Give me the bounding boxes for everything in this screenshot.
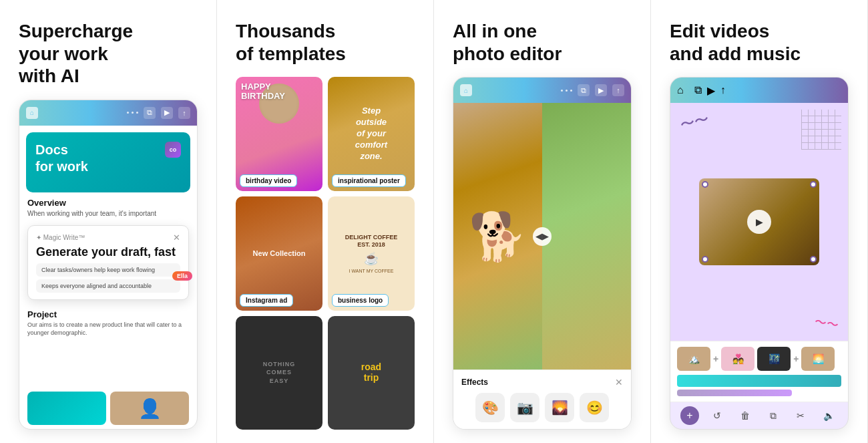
effects-title: Effects (461, 378, 488, 387)
panel2-heading: Thousands of templates (236, 20, 415, 65)
panel3-heading-line1: All in one (453, 21, 537, 41)
task-list: Clear tasks/owners help keep work flowin… (36, 263, 180, 293)
video-phone-mock: ⌂ ⧉ ▶ ↑ 〜〜 ▶ 〜〜 🏔️ + 💑 (670, 77, 849, 430)
canva-logo: co (165, 142, 181, 158)
instagram-text: New Collection (248, 243, 311, 263)
clip-4[interactable]: 🌅 (801, 347, 835, 371)
task-item-1: Clear tasks/owners help keep work flowin… (36, 263, 180, 277)
ella-badge: Ella (172, 271, 192, 281)
share-icon[interactable]: ↑ (178, 107, 190, 119)
dog-right-panel (542, 103, 631, 370)
effect-landscape-btn[interactable]: 🌄 (545, 393, 574, 422)
duplicate-icon[interactable]: ⧉ (764, 406, 783, 425)
compare-arrow-icon[interactable]: ◀▶ (533, 227, 552, 246)
corner-handle-br[interactable] (810, 256, 817, 263)
clip-plus-1: + (713, 353, 718, 364)
play-button[interactable]: ▶ (747, 210, 771, 234)
overview-section: Overview When working with your team, it… (19, 192, 197, 221)
home-icon-3: ⌂ (460, 84, 472, 96)
inspire-text: Stepoutsideof yourcomfortzone. (350, 100, 393, 167)
panel4-heading-line1: Edit videos (670, 21, 769, 41)
home-icon: ⌂ (26, 107, 38, 119)
layers-icon[interactable]: ⧉ (144, 107, 156, 119)
phone-mock-1: ⌂ ⧉ ▶ ↑ Docsfor work co Overview When wo… (19, 100, 198, 430)
thumb-face: 👤 (110, 392, 189, 425)
volume-icon[interactable]: 🔈 (819, 406, 838, 425)
rotate-icon[interactable]: ↺ (708, 406, 726, 425)
video-bottom-toolbar: + ↺ 🗑 ⧉ ✂ 🔈 (670, 402, 848, 429)
dog-photo-area: 🐕 ◀▶ (453, 103, 631, 370)
couple-photo: ▶ (699, 178, 819, 265)
effect-camera-btn[interactable]: 📷 (510, 393, 539, 422)
panel-supercharge: Supercharge your work with AI ⌂ ⧉ ▶ ↑ Do… (0, 0, 217, 443)
corner-handle-tr[interactable] (810, 181, 817, 188)
panel1-heading-line2: your work (19, 43, 108, 64)
play-icon-3[interactable]: ▶ (595, 84, 607, 96)
share-icon-3[interactable]: ↑ (612, 84, 624, 96)
layers-icon-4[interactable]: ⧉ (694, 84, 702, 96)
panel1-heading-line3: with AI (19, 65, 79, 86)
audio-track-1 (677, 375, 841, 387)
corner-handle-tl[interactable] (702, 181, 708, 188)
template-card-coffee[interactable]: DELIGHT COFFEEEST. 2018 ☕ I WANT MY COFF… (328, 196, 415, 310)
roadtrip-text: roadtrip (356, 357, 387, 388)
docs-banner: Docsfor work co (26, 132, 190, 192)
effects-panel: Effects ✕ 🎨 📷 🌄 😊 (453, 370, 631, 429)
docs-banner-text: Docsfor work (35, 142, 88, 175)
video-canvas-area: 〜〜 ▶ 〜〜 (670, 103, 848, 341)
panel3-heading-line2: photo editor (453, 43, 562, 64)
coffee-sub: I WANT MY COFFEE (349, 269, 394, 273)
scribble-decoration-1: 〜〜 (678, 109, 711, 136)
effect-color-btn[interactable]: 🎨 (475, 393, 505, 422)
cut-icon[interactable]: ✂ (791, 406, 810, 425)
clip-3[interactable]: 🌃 (757, 347, 791, 371)
panel-photo-editor: All in one photo editor ⌂ ⧉ ▶ ↑ 🐕 ◀▶ Eff… (434, 0, 651, 443)
template-card-inspire[interactable]: Stepoutsideof yourcomfortzone. inspirati… (328, 77, 415, 191)
nothing-text: NOTHINGCOMESEASY (258, 355, 301, 391)
thumb-teal (27, 392, 106, 425)
overview-title: Overview (27, 198, 189, 208)
photo-phone-top-bar: ⌂ ⧉ ▶ ↑ (453, 78, 631, 103)
template-card-nothing[interactable]: NOTHINGCOMESEASY (236, 316, 322, 430)
clip-2[interactable]: 💑 (721, 347, 754, 371)
menu-dots-3 (561, 90, 572, 92)
project-title: Project (27, 309, 189, 319)
magic-write-close-icon[interactable]: ✕ (173, 233, 180, 243)
template-card-instagram[interactable]: New Collection Instagram ad (236, 196, 322, 310)
magic-write-label: ✦ Magic Write™ (36, 234, 85, 241)
magic-write-popup[interactable]: ✦ Magic Write™ ✕ Generate your draft, fa… (27, 225, 189, 300)
dog-left-panel: 🐕 (453, 103, 542, 370)
timeline-clips: 🏔️ + 💑 🌃 + 🌅 (677, 347, 841, 371)
phone-top-bar-1: ⌂ ⧉ ▶ ↑ (19, 100, 197, 126)
corner-handle-bl[interactable] (702, 256, 708, 263)
template-grid: HAPPYBIRTHDAY birthday video Stepoutside… (236, 77, 415, 430)
panel-video-editor: Edit videos and add music ⌂ ⧉ ▶ ↑ 〜〜 ▶ 〜… (651, 0, 868, 443)
play-icon[interactable]: ▶ (161, 107, 173, 119)
project-section: Project Our aims is to create a new prod… (19, 304, 197, 340)
scribble-decoration-2: 〜〜 (813, 313, 840, 333)
panel3-heading: All in one photo editor (453, 20, 632, 65)
template-card-roadtrip[interactable]: roadtrip (328, 316, 415, 430)
effects-close-icon[interactable]: ✕ (615, 377, 623, 388)
template-card-birthday[interactable]: HAPPYBIRTHDAY birthday video (236, 77, 322, 191)
menu-dots (127, 112, 138, 114)
bottom-thumbnails: 👤 (19, 388, 197, 429)
task-item-2: Keeps everyone aligned and accountable (36, 279, 180, 293)
coffee-title: DELIGHT COFFEEEST. 2018 (345, 234, 398, 249)
delete-icon[interactable]: 🗑 (736, 406, 754, 425)
panel2-heading-line2: of templates (236, 43, 346, 64)
play-icon-4[interactable]: ▶ (707, 84, 715, 97)
magic-write-title: Generate your draft, fast (36, 245, 180, 259)
layers-icon-3[interactable]: ⧉ (578, 84, 590, 96)
add-button[interactable]: + (680, 406, 699, 425)
effects-header: Effects ✕ (461, 377, 623, 388)
project-text: Our aims is to create a new product line… (27, 321, 189, 337)
effect-face-btn[interactable]: 😊 (580, 393, 609, 422)
panel4-heading-line2: and add music (670, 43, 801, 64)
clip-1[interactable]: 🏔️ (677, 347, 710, 371)
template-label-coffee: business logo (332, 294, 389, 307)
share-icon-4[interactable]: ↑ (720, 84, 726, 96)
coffee-icon: ☕ (364, 251, 379, 266)
video-top-bar: ⌂ ⧉ ▶ ↑ (670, 78, 848, 103)
magic-write-header: ✦ Magic Write™ ✕ (36, 233, 180, 243)
